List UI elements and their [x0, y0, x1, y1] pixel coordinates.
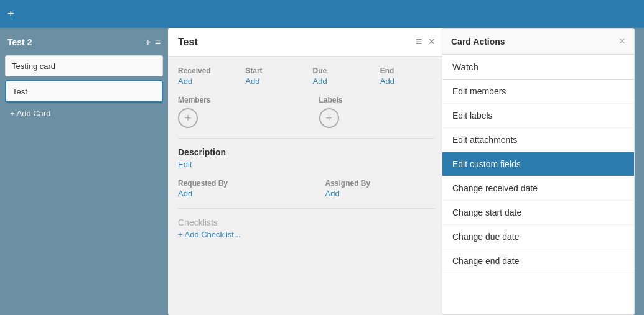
- add-card-button[interactable]: + Add Card: [5, 106, 163, 121]
- board-area: Test 2 + ≡ Testing card Test + Add Card …: [0, 28, 644, 315]
- card-modal-menu-icon[interactable]: ≡: [416, 35, 422, 48]
- list-header: Test 2 + ≡: [5, 34, 163, 50]
- list-add-icon[interactable]: +: [145, 37, 151, 48]
- add-card-label: + Add Card: [10, 109, 50, 118]
- labels-add-button[interactable]: +: [319, 108, 339, 128]
- due-field: Due Add: [313, 66, 368, 86]
- card-action-item-8[interactable]: Change end date: [442, 249, 634, 273]
- card-modal-body: Received Add Start Add Due Add End Add: [168, 57, 445, 249]
- start-add[interactable]: Add: [245, 76, 300, 86]
- checklists-title: Checklists: [178, 217, 435, 227]
- end-field: End Add: [380, 66, 435, 86]
- description-edit-link[interactable]: Edit: [178, 160, 435, 169]
- top-bar: +: [0, 0, 644, 28]
- due-add[interactable]: Add: [313, 76, 368, 86]
- requested-by-group: Requested By Add: [178, 179, 288, 198]
- requested-assigned-row: Requested By Add Assigned By Add: [178, 179, 435, 198]
- members-add-button[interactable]: +: [178, 108, 198, 128]
- list-header-icons: + ≡: [145, 37, 161, 48]
- action-items-list: WatchEdit membersEdit labelsEdit attachm…: [442, 55, 634, 273]
- end-label: End: [380, 66, 435, 75]
- requested-by-add[interactable]: Add: [178, 189, 288, 198]
- labels-group: Labels +: [319, 96, 436, 128]
- card-modal-title: Test: [178, 37, 198, 48]
- labels-label: Labels: [319, 96, 436, 104]
- requested-by-label: Requested By: [178, 179, 288, 188]
- card-modal-close-icon[interactable]: ×: [428, 35, 435, 48]
- date-fields-row: Received Add Start Add Due Add End Add: [178, 66, 435, 86]
- members-labels-row: Members + Labels +: [178, 96, 435, 128]
- card-modal-header: Test ≡ ×: [168, 28, 445, 57]
- description-section: Description Edit: [178, 138, 435, 169]
- received-add[interactable]: Add: [178, 76, 233, 86]
- card-action-item-6[interactable]: Change start date: [442, 201, 634, 225]
- description-title: Description: [178, 147, 435, 157]
- card-actions-panel: Card Actions × WatchEdit membersEdit lab…: [442, 28, 635, 315]
- card-modal-icons: ≡ ×: [416, 35, 435, 48]
- assigned-by-group: Assigned By Add: [325, 179, 436, 198]
- card-item-testing[interactable]: Testing card: [5, 55, 163, 76]
- due-label: Due: [313, 66, 368, 75]
- card-actions-header: Card Actions ×: [442, 29, 634, 55]
- start-label: Start: [245, 66, 300, 75]
- received-field: Received Add: [178, 66, 233, 86]
- card-action-item-1[interactable]: Edit members: [442, 80, 634, 104]
- list-title: Test 2: [7, 37, 32, 47]
- list-menu-icon[interactable]: ≡: [155, 37, 161, 48]
- checklists-section: Checklists + Add Checklist...: [178, 208, 435, 239]
- card-action-item-5[interactable]: Change received date: [442, 176, 634, 201]
- add-checklist-button[interactable]: + Add Checklist...: [178, 230, 435, 239]
- card-item-test-text: Test: [12, 87, 27, 96]
- received-label: Received: [178, 66, 233, 75]
- card-action-item-0[interactable]: Watch: [442, 55, 634, 80]
- card-actions-close-icon[interactable]: ×: [618, 35, 625, 48]
- card-action-item-7[interactable]: Change due date: [442, 225, 634, 249]
- members-group: Members +: [178, 96, 294, 128]
- card-item-test[interactable]: Test: [5, 80, 163, 103]
- assigned-by-label: Assigned By: [325, 179, 436, 188]
- top-bar-plus-icon[interactable]: +: [7, 7, 14, 21]
- card-actions-title: Card Actions: [451, 37, 505, 47]
- assigned-by-add[interactable]: Add: [325, 189, 436, 198]
- card-modal: Test ≡ × Received Add Start Add Due Add: [168, 28, 445, 315]
- list-column: Test 2 + ≡ Testing card Test + Add Card: [0, 28, 168, 315]
- card-action-item-2[interactable]: Edit labels: [442, 104, 634, 128]
- members-label: Members: [178, 96, 294, 104]
- card-action-item-3[interactable]: Edit attachments: [442, 128, 634, 152]
- card-action-item-4[interactable]: Edit custom fields: [442, 152, 634, 176]
- start-field: Start Add: [245, 66, 300, 86]
- card-item-testing-text: Testing card: [12, 62, 55, 71]
- end-add[interactable]: Add: [380, 76, 435, 86]
